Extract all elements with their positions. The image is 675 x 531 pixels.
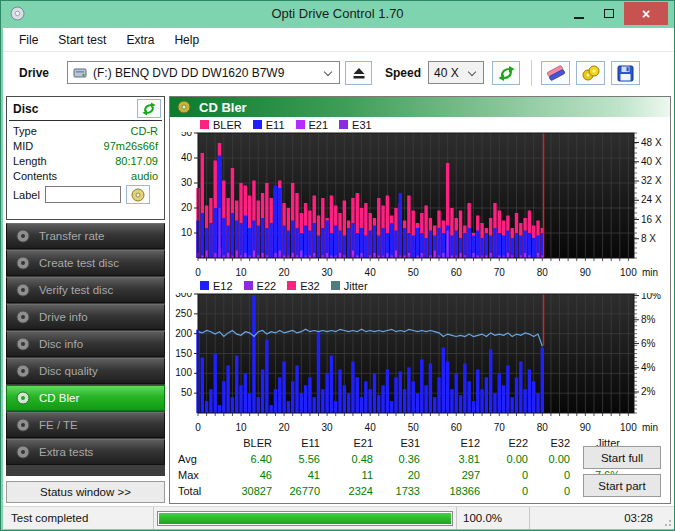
- legend-label: Jitter: [344, 280, 368, 292]
- minimize-button[interactable]: [564, 2, 594, 25]
- close-button[interactable]: ×: [624, 2, 668, 25]
- drive-value: (F:) BENQ DVD DD DW1620 B7W9: [93, 66, 284, 80]
- svg-text:0: 0: [195, 422, 201, 433]
- svg-text:8 X: 8 X: [641, 233, 656, 244]
- disc-row-label: Contents: [13, 170, 57, 182]
- cd-e2x-and-jitter-plot: 0102030405060708090100min501001502002503…: [170, 293, 668, 433]
- cd-icon: [16, 418, 30, 432]
- legend-swatch: [331, 281, 340, 290]
- legend-swatch: [244, 281, 253, 290]
- disc-row-mid: MID97m26s66f: [7, 138, 164, 153]
- svg-text:30: 30: [322, 422, 334, 433]
- content-area: Disc TypeCD-RMID97m26s66fLength80:17.09C…: [3, 95, 674, 506]
- menu-item-start-test[interactable]: Start test: [48, 29, 116, 51]
- save-button[interactable]: [611, 61, 640, 85]
- stats-corner: [178, 435, 220, 451]
- sidebar-item-extra-tests[interactable]: Extra tests: [6, 439, 165, 465]
- drive-label: Drive: [19, 66, 49, 80]
- sidebar-item-drive-info[interactable]: Drive info: [6, 304, 165, 330]
- sidebar-item-disc-quality[interactable]: Disc quality: [6, 358, 165, 384]
- gold-discs-icon: [581, 64, 601, 82]
- sidebar-item-transfer-rate[interactable]: Transfer rate: [6, 223, 165, 249]
- svg-text:32 X: 32 X: [641, 175, 662, 186]
- cd-icon: [16, 229, 30, 243]
- progress-percent: 100.0%: [457, 507, 530, 529]
- stats-value: 20: [373, 467, 420, 483]
- legend-label: E32: [300, 280, 320, 292]
- sidebar-item-cd-bler[interactable]: CD Bler: [6, 385, 165, 411]
- stats-value: 3.81: [420, 451, 480, 467]
- stats-value: 46: [220, 467, 272, 483]
- resize-grip[interactable]: [661, 507, 674, 529]
- status-window-button[interactable]: Status window >>: [6, 481, 165, 503]
- drive-select[interactable]: (F:) BENQ DVD DD DW1620 B7W9: [67, 61, 340, 84]
- svg-text:10: 10: [235, 267, 247, 278]
- disc-label-input[interactable]: [45, 186, 121, 203]
- sidebar-item-create-test-disc[interactable]: Create test disc: [6, 250, 165, 276]
- speed-value: 40 X: [434, 66, 459, 80]
- svg-text:80: 80: [537, 422, 549, 433]
- svg-text:4%: 4%: [641, 362, 656, 373]
- erase-disc-button[interactable]: [541, 61, 570, 85]
- statusbar-spacer: [530, 507, 541, 529]
- eject-button[interactable]: [345, 61, 372, 85]
- svg-text:100: 100: [175, 367, 192, 378]
- disc-row-label: Length: [13, 155, 47, 167]
- svg-text:250: 250: [175, 308, 192, 319]
- cd-icon: [177, 100, 191, 114]
- stats-value: 6.40: [220, 451, 272, 467]
- menu-item-help[interactable]: Help: [164, 29, 209, 51]
- stats-value: 0.36: [373, 451, 420, 467]
- svg-text:150: 150: [175, 348, 192, 359]
- cd-icon: [131, 188, 145, 202]
- minimize-icon: [574, 17, 584, 19]
- disc-panel: Disc TypeCD-RMID97m26s66fLength80:17.09C…: [6, 96, 165, 220]
- disc-row-contents: Contentsaudio: [7, 168, 164, 183]
- eraser-icon: [546, 64, 566, 82]
- menu-item-extra[interactable]: Extra: [116, 29, 164, 51]
- sidebar-item-verify-test-disc[interactable]: Verify test disc: [6, 277, 165, 303]
- stats-col-e11: E11: [272, 435, 320, 451]
- svg-text:6%: 6%: [641, 338, 656, 349]
- panel-header: CD Bler: [170, 97, 670, 117]
- refresh-button[interactable]: [492, 61, 520, 85]
- sidebar-item-label: Drive info: [39, 311, 88, 323]
- write-label-button[interactable]: [126, 185, 150, 204]
- svg-text:60: 60: [451, 422, 463, 433]
- elapsed-time: 03:28: [541, 507, 661, 529]
- progress-fill: [159, 513, 451, 524]
- cd-icon: [16, 391, 30, 405]
- legend-item-bler: BLER: [200, 119, 242, 131]
- stats-value: 0: [528, 467, 570, 483]
- toolbar-separator: [531, 60, 532, 86]
- stats-value: 41: [272, 467, 320, 483]
- disc-label-caption: Label: [13, 189, 40, 201]
- stats-value: 0.00: [528, 451, 570, 467]
- sidebar-item-label: Transfer rate: [39, 230, 104, 242]
- svg-text:300: 300: [175, 293, 192, 299]
- sidebar-item-label: Create test disc: [39, 257, 119, 269]
- maximize-button[interactable]: [594, 2, 624, 25]
- cd-icon: [16, 445, 30, 459]
- legend-swatch: [200, 281, 209, 290]
- start-part-button[interactable]: Start part: [583, 474, 661, 497]
- disc-refresh-button[interactable]: [137, 99, 161, 118]
- stats-value: 26770: [272, 483, 320, 499]
- disc-tools-button[interactable]: [576, 61, 605, 85]
- disc-row-value: CD-R: [131, 125, 159, 137]
- cd-icon: [16, 337, 30, 351]
- svg-text:50: 50: [181, 387, 193, 398]
- stats-col-e21: E21: [320, 435, 373, 451]
- legend-item-jitter: Jitter: [331, 280, 368, 292]
- legend-item-e32: E32: [287, 280, 320, 292]
- sidebar-item-disc-info[interactable]: Disc info: [6, 331, 165, 357]
- sidebar-item-fe-te[interactable]: FE / TE: [6, 412, 165, 438]
- start-full-button[interactable]: Start full: [583, 446, 661, 469]
- legend-swatch: [253, 120, 262, 129]
- menu-item-file[interactable]: File: [9, 29, 48, 51]
- speed-select[interactable]: 40 X: [428, 61, 484, 84]
- svg-text:2%: 2%: [641, 386, 656, 397]
- svg-text:200: 200: [175, 328, 192, 339]
- stats-col-e22: E22: [480, 435, 528, 451]
- legend-label: E22: [257, 280, 277, 292]
